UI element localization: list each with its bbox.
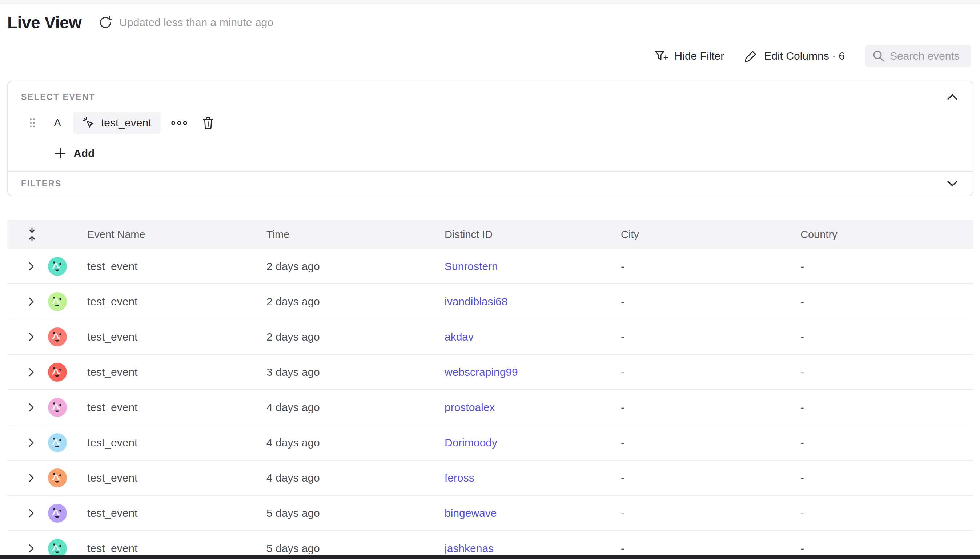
city-cell: - bbox=[612, 542, 792, 555]
event-name-cell: test_event bbox=[78, 437, 257, 449]
city-cell: - bbox=[612, 401, 792, 413]
event-name-cell: test_event bbox=[78, 296, 257, 308]
distinct-id-link[interactable]: Dorimoody bbox=[445, 437, 497, 448]
search-input[interactable] bbox=[890, 50, 964, 62]
country-cell: - bbox=[792, 507, 973, 519]
events-table: Event Name Time Distinct ID City Country… bbox=[7, 220, 973, 559]
country-cell: - bbox=[792, 260, 973, 273]
refresh-button[interactable] bbox=[98, 15, 113, 31]
drag-handle-icon[interactable] bbox=[29, 118, 36, 128]
column-header-event-name: Event Name bbox=[78, 228, 257, 241]
time-cell: 4 days ago bbox=[257, 472, 435, 484]
column-header-country: Country bbox=[792, 228, 973, 241]
hide-filter-button[interactable]: Hide Filter bbox=[654, 50, 724, 62]
distinct-id-link[interactable]: ivandiblasi68 bbox=[445, 296, 507, 308]
delete-event-button[interactable] bbox=[202, 116, 214, 130]
event-name-cell: test_event bbox=[78, 401, 257, 413]
table-row[interactable]: test_event 2 days ago Sunrostern - - bbox=[7, 249, 973, 284]
page-header: Live View Updated less than a minute ago bbox=[7, 5, 273, 40]
country-cell: - bbox=[792, 437, 973, 449]
table-row[interactable]: test_event 5 days ago jashkenas - - bbox=[7, 531, 973, 559]
filters-section[interactable]: FILTERS bbox=[8, 172, 973, 195]
avatar bbox=[48, 433, 67, 452]
window-bottom-edge bbox=[0, 556, 980, 559]
table-row[interactable]: test_event 2 days ago ivandiblasi68 - - bbox=[7, 284, 973, 319]
city-cell: - bbox=[612, 296, 792, 308]
distinct-id-link[interactable]: feross bbox=[445, 472, 474, 484]
event-name-cell: test_event bbox=[78, 260, 257, 273]
search-box[interactable] bbox=[865, 45, 971, 67]
table-row[interactable]: test_event 4 days ago feross - - bbox=[7, 460, 973, 496]
row-expand-chevron-icon[interactable] bbox=[28, 297, 34, 306]
row-expand-chevron-icon[interactable] bbox=[28, 367, 34, 377]
country-cell: - bbox=[792, 296, 973, 308]
refresh-icon bbox=[98, 15, 113, 30]
cursor-click-icon bbox=[82, 116, 95, 129]
row-expand-chevron-icon[interactable] bbox=[28, 473, 34, 483]
select-event-label: SELECT EVENT bbox=[21, 92, 95, 102]
table-row[interactable]: test_event 5 days ago bingewave - - bbox=[7, 496, 973, 531]
event-name-cell: test_event bbox=[78, 366, 257, 378]
avatar bbox=[48, 292, 67, 311]
distinct-id-link[interactable]: akdav bbox=[445, 331, 474, 343]
column-header-distinct-id: Distinct ID bbox=[435, 228, 612, 241]
ellipsis-icon bbox=[171, 121, 188, 126]
selected-event-button[interactable]: test_event bbox=[73, 112, 161, 134]
event-name-cell: test_event bbox=[78, 542, 257, 555]
more-options-button[interactable] bbox=[171, 121, 188, 126]
event-name-cell: test_event bbox=[78, 507, 257, 519]
time-cell: 5 days ago bbox=[257, 542, 435, 555]
row-expand-chevron-icon[interactable] bbox=[28, 403, 34, 412]
distinct-id-link[interactable]: jashkenas bbox=[445, 542, 494, 554]
window-top-edge bbox=[0, 0, 980, 4]
table-row[interactable]: test_event 2 days ago akdav - - bbox=[7, 319, 973, 355]
collapse-section-button[interactable] bbox=[945, 92, 960, 103]
avatar bbox=[48, 539, 67, 558]
chevron-down-icon bbox=[947, 180, 958, 187]
funnel-plus-icon bbox=[654, 50, 668, 62]
time-cell: 5 days ago bbox=[257, 507, 435, 519]
plus-icon bbox=[55, 147, 66, 159]
row-expand-chevron-icon[interactable] bbox=[28, 438, 34, 447]
table-row[interactable]: test_event 3 days ago webscraping99 - - bbox=[7, 355, 973, 390]
distinct-id-link[interactable]: prostoalex bbox=[445, 401, 495, 413]
add-label: Add bbox=[73, 147, 94, 160]
country-cell: - bbox=[792, 472, 973, 484]
time-cell: 4 days ago bbox=[257, 401, 435, 413]
avatar bbox=[48, 363, 67, 382]
collapse-rows-button[interactable] bbox=[7, 227, 44, 242]
city-cell: - bbox=[612, 507, 792, 519]
distinct-id-link[interactable]: webscraping99 bbox=[445, 366, 518, 378]
select-event-section: SELECT EVENT A bbox=[8, 81, 973, 171]
query-builder-panel: SELECT EVENT A bbox=[7, 81, 973, 196]
table-header: Event Name Time Distinct ID City Country bbox=[7, 220, 973, 249]
row-expand-chevron-icon[interactable] bbox=[28, 544, 34, 553]
expand-filters-button[interactable] bbox=[945, 178, 960, 189]
avatar bbox=[48, 327, 67, 346]
city-cell: - bbox=[612, 472, 792, 484]
event-name-cell: test_event bbox=[78, 472, 257, 484]
edit-columns-label: Edit Columns · 6 bbox=[764, 50, 845, 62]
event-name-cell: test_event bbox=[78, 331, 257, 343]
avatar bbox=[48, 504, 67, 523]
add-event-button[interactable]: Add bbox=[55, 146, 94, 161]
pencil-icon bbox=[744, 50, 757, 63]
distinct-id-link[interactable]: Sunrostern bbox=[445, 260, 498, 272]
table-row[interactable]: test_event 4 days ago prostoalex - - bbox=[7, 390, 973, 425]
edit-columns-button[interactable]: Edit Columns · 6 bbox=[744, 50, 845, 63]
time-cell: 4 days ago bbox=[257, 437, 435, 449]
column-header-time: Time bbox=[257, 228, 435, 241]
row-expand-chevron-icon[interactable] bbox=[28, 508, 34, 518]
row-expand-chevron-icon[interactable] bbox=[28, 262, 34, 271]
updated-status: Updated less than a minute ago bbox=[119, 17, 273, 29]
column-header-city: City bbox=[612, 228, 792, 241]
country-cell: - bbox=[792, 401, 973, 413]
row-expand-chevron-icon[interactable] bbox=[28, 332, 34, 342]
hide-filter-label: Hide Filter bbox=[675, 50, 724, 62]
city-cell: - bbox=[612, 437, 792, 449]
distinct-id-link[interactable]: bingewave bbox=[445, 507, 497, 519]
time-cell: 3 days ago bbox=[257, 366, 435, 378]
table-row[interactable]: test_event 4 days ago Dorimoody - - bbox=[7, 425, 973, 460]
collapse-rows-icon bbox=[27, 227, 37, 242]
selected-event-label: test_event bbox=[101, 117, 151, 129]
